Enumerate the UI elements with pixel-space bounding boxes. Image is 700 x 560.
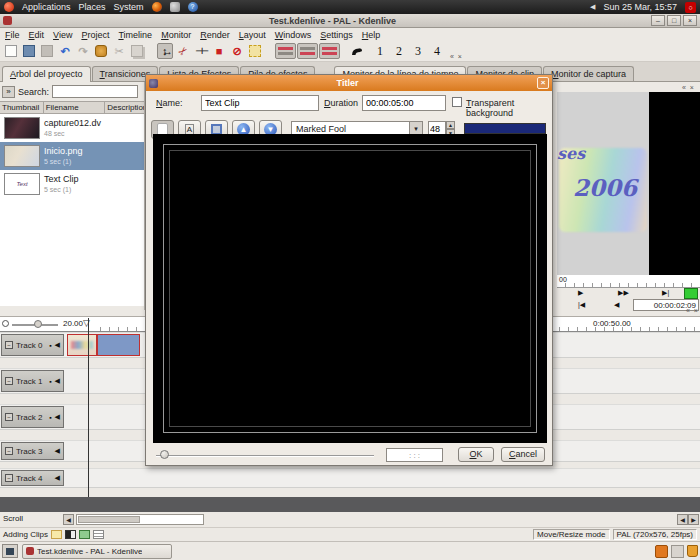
speaker-icon[interactable]: ◀ (55, 474, 60, 482)
video-track-icon[interactable]: ▪ (49, 414, 51, 421)
cut-icon[interactable]: ✂ (111, 43, 127, 59)
track-header-2[interactable]: − Track 2 ▪ ◀ (1, 406, 64, 428)
search-input[interactable] (52, 85, 138, 98)
contrast-toggle-icon[interactable] (65, 530, 76, 539)
speaker-icon[interactable]: ◀ (55, 447, 60, 455)
record-icon[interactable]: ■ (211, 43, 227, 59)
spin-up-icon[interactable]: ▲ (446, 121, 455, 129)
volume-icon[interactable]: ◀ (590, 3, 595, 11)
dialog-titlebar[interactable]: Titler × (146, 75, 552, 91)
timeline-dock-controls[interactable]: « × (686, 307, 699, 314)
zoom-slider-handle[interactable] (34, 320, 42, 328)
duration-input[interactable] (362, 95, 446, 111)
track-header-0[interactable]: − Track 0 ▪ ◀ (1, 334, 64, 356)
redo-icon[interactable]: ↷ (75, 43, 91, 59)
thumbnails-toggle-icon[interactable] (51, 530, 62, 539)
close-button[interactable]: × (683, 15, 697, 26)
layout-number-4[interactable]: 4 (434, 44, 440, 59)
screenshot-icon[interactable] (170, 2, 180, 12)
markers-toggle-icon[interactable] (93, 530, 104, 539)
collapse-track-icon[interactable]: − (5, 341, 13, 349)
view-mode-1-button[interactable] (275, 43, 296, 59)
tab-project-tree[interactable]: Arbol del proyecto (2, 66, 91, 82)
horn-icon[interactable] (348, 43, 364, 59)
speaker-icon[interactable]: ◀ (55, 377, 60, 385)
maximize-button[interactable]: □ (667, 15, 681, 26)
razor-tool-icon[interactable]: ✂ (172, 40, 195, 63)
video-track-icon[interactable]: ▪ (49, 378, 51, 385)
transparent-background-checkbox[interactable] (452, 97, 462, 107)
move-tool-icon[interactable]: ↔ ↕ (157, 43, 173, 59)
menu-render[interactable]: Render (200, 30, 230, 40)
track-header-4[interactable]: − Track 4 ◀ (1, 470, 64, 486)
column-filename[interactable]: Filename (44, 102, 106, 113)
menu-monitor[interactable]: Monitor (161, 30, 191, 40)
panel-menu-applications[interactable]: Applications (22, 2, 71, 12)
track-row-4[interactable]: − Track 4 ◀ (0, 468, 700, 488)
distro-logo-icon[interactable] (4, 2, 14, 12)
track-header-1[interactable]: − Track 1 ▪ ◀ (1, 370, 64, 392)
menu-layout[interactable]: Layout (239, 30, 266, 40)
step-back-button[interactable]: ◀ (614, 301, 619, 309)
view-mode-2-button[interactable] (297, 43, 318, 59)
collapse-track-icon[interactable]: − (5, 474, 13, 482)
menu-project[interactable]: Project (81, 30, 109, 40)
panel-menu-system[interactable]: System (114, 2, 144, 12)
scroll-left-button-2[interactable]: ◀ (677, 514, 688, 525)
layout-number-2[interactable]: 2 (396, 44, 402, 59)
search-options-button[interactable]: » (2, 86, 15, 98)
title-canvas[interactable] (153, 134, 547, 443)
scroll-left-button[interactable]: ◀ (63, 514, 74, 525)
column-description[interactable]: Description (105, 102, 144, 113)
clip-row-capture[interactable]: capture012.dv 48 sec (0, 114, 144, 142)
timeline-clip-inicio[interactable] (67, 334, 97, 356)
monitor-ruler[interactable]: 00 (557, 275, 700, 288)
video-thumbs-toggle-icon[interactable] (79, 530, 90, 539)
select-zone-icon[interactable] (247, 43, 263, 59)
track-header-3[interactable]: − Track 3 ◀ (1, 442, 64, 460)
zone-button[interactable] (684, 288, 698, 299)
fast-forward-button[interactable]: ▶▶ (618, 289, 629, 297)
speaker-icon[interactable]: ◀ (55, 413, 60, 421)
layout-number-1[interactable]: 1 (377, 44, 383, 59)
firefox-icon[interactable] (152, 2, 162, 12)
menu-windows[interactable]: Windows (275, 30, 312, 40)
panel-clock[interactable]: Sun 25 Mar, 15:57 (603, 2, 677, 12)
scrollbar-thumb[interactable] (78, 516, 140, 523)
clip-row-textclip[interactable]: Text Text Clip 5 sec (1) (0, 170, 144, 198)
dialog-timecode-field[interactable] (386, 448, 443, 462)
trash-icon[interactable] (687, 545, 698, 557)
skip-start-button[interactable]: |◀ (578, 301, 585, 309)
tab-capture-monitor[interactable]: Monitor de captura (543, 66, 634, 81)
timeline-clip-blue[interactable] (97, 334, 140, 356)
spacer-tool-icon[interactable]: ⊣⊢ (193, 43, 209, 59)
timeline-playhead[interactable] (88, 318, 89, 497)
taskbar-window-button[interactable]: Test.kdenlive - PAL - Kdenlive (22, 544, 172, 559)
power-icon[interactable]: ○ (685, 2, 696, 13)
monitor-dock-controls[interactable]: « × (682, 84, 695, 91)
view-mode-3-button[interactable] (319, 43, 340, 59)
column-thumbnail[interactable]: Thumbnail (0, 102, 44, 113)
help-icon[interactable]: ? (188, 2, 198, 12)
undo-icon[interactable]: ↶ (57, 43, 73, 59)
toolbar-dock-controls[interactable]: « × (450, 53, 463, 60)
paste-icon[interactable] (93, 43, 109, 59)
window-titlebar[interactable]: Test.kdenlive - PAL - Kdenlive – □ × (0, 14, 700, 28)
menu-file[interactable]: File (5, 30, 20, 40)
menu-edit[interactable]: Edit (29, 30, 45, 40)
preview-slider-handle[interactable] (160, 450, 169, 459)
cancel-button[interactable]: Cancel (501, 447, 545, 462)
horizontal-scrollbar[interactable] (76, 514, 204, 525)
minimize-button[interactable]: – (651, 15, 665, 26)
layout-number-3[interactable]: 3 (415, 44, 421, 59)
text-color-swatch[interactable] (464, 123, 546, 134)
speaker-icon[interactable]: ◀ (55, 341, 60, 349)
copy-icon[interactable] (129, 43, 145, 59)
menu-view[interactable]: View (53, 30, 72, 40)
show-desktop-button[interactable] (2, 544, 18, 558)
menu-settings[interactable]: Settings (320, 30, 353, 40)
menu-help[interactable]: Help (362, 30, 381, 40)
menu-timeline[interactable]: Timeline (118, 30, 152, 40)
new-document-icon[interactable] (3, 43, 19, 59)
clip-name-input[interactable] (201, 95, 319, 111)
